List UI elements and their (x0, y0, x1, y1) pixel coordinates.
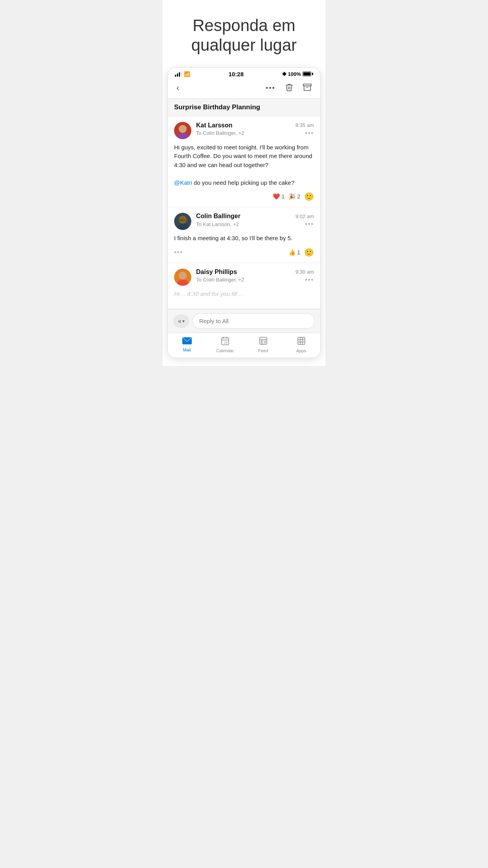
email-meta-top-colin: Colin Ballinger 9:02 am (196, 213, 314, 220)
email-meta-kat: Kat Larsson 8:35 am To Colin Ballinger, … (196, 122, 314, 137)
fade-overlay (168, 293, 320, 309)
battery-fill (303, 72, 310, 75)
signal-bar-2 (177, 74, 178, 77)
tab-calendar[interactable]: 18 Calendar (206, 336, 244, 353)
email-body-after-mention: do you need help picking up the cake? (192, 179, 294, 186)
svg-point-16 (179, 272, 187, 280)
reply-all-icon: « (178, 318, 182, 325)
more-options-button[interactable]: ••• (262, 83, 279, 94)
tab-bar: Mail 18 Calendar (168, 333, 320, 358)
reaction-party-emoji: 🎉 (288, 193, 296, 200)
phone-frame: 📶 10:28 ✱ 100% ‹ ••• (167, 67, 321, 359)
tab-feed-label: Feed (258, 348, 268, 353)
email-body-text-kat: Hi guys, excited to meet tonight. I'll b… (174, 144, 312, 168)
reaction-party[interactable]: 🎉 2 (288, 193, 300, 200)
thread-header: Surprise Birthday Planning (168, 98, 320, 116)
recipient-colin: To Kat Larsson, +2 (196, 221, 239, 227)
wifi-icon: 📶 (184, 71, 190, 77)
back-button[interactable]: ‹ (173, 81, 182, 95)
battery-icon (303, 72, 313, 76)
svg-rect-30 (298, 337, 305, 344)
email-more-kat[interactable]: ••• (305, 130, 314, 137)
svg-rect-23 (260, 337, 267, 344)
bluetooth-icon: ✱ (282, 71, 286, 77)
status-right: ✱ 100% (282, 71, 313, 77)
reaction-thumbsup-count: 1 (297, 249, 300, 256)
reactions-colin: 👍 1 🙂 (288, 248, 314, 257)
reactions-kat: ❤️ 1 🎉 2 🙂 (174, 192, 314, 201)
svg-point-9 (179, 216, 187, 224)
hero-title: Responda em qualquer lugar (163, 0, 325, 67)
expand-actions-colin[interactable]: ••• (174, 249, 183, 256)
status-bar: 📶 10:28 ✱ 100% (168, 68, 320, 79)
tab-calendar-label: Calendar (216, 348, 234, 353)
email-actions-colin: ••• 👍 1 🙂 (174, 248, 314, 257)
status-time: 10:28 (229, 71, 244, 77)
avatar-kat (174, 122, 191, 139)
email-header-kat: Kat Larsson 8:35 am To Colin Ballinger, … (174, 122, 314, 139)
email-card-kat: Kat Larsson 8:35 am To Colin Ballinger, … (168, 116, 320, 208)
email-meta-bottom-kat: To Colin Ballinger, +2 ••• (196, 130, 314, 137)
battery-tip (312, 73, 313, 75)
reaction-heart-emoji: ❤️ (273, 193, 280, 200)
page-wrapper: Responda em qualquer lugar 📶 10:28 ✱ 100… (163, 0, 325, 366)
email-meta-bottom-colin: To Kat Larsson, +2 ••• (196, 221, 314, 228)
battery-body (303, 72, 311, 76)
recipient-kat: To Colin Ballinger, +2 (196, 130, 244, 136)
email-meta-colin: Colin Ballinger 9:02 am To Kat Larsson, … (196, 213, 314, 228)
reply-input-row: « ▾ (173, 313, 315, 329)
mention-katri[interactable]: @Katri (174, 179, 192, 186)
feed-icon (259, 336, 268, 347)
email-body-text-colin: I finish a meeting at 4:30, so I'll be t… (174, 235, 292, 241)
reaction-heart-count: 1 (281, 193, 284, 200)
email-header-colin: Colin Ballinger 9:02 am To Kat Larsson, … (174, 213, 314, 230)
add-reaction-button-kat[interactable]: 🙂 (304, 192, 314, 201)
avatar-colin (174, 213, 191, 230)
reaction-thumbsup-emoji: 👍 (288, 249, 296, 256)
tab-mail-label: Mail (183, 348, 191, 352)
tab-apps-label: Apps (296, 348, 306, 353)
avatar-daisy (174, 268, 191, 286)
tab-feed[interactable]: Feed (244, 336, 282, 353)
email-meta-top-daisy: Daisy Phillips 9:30 am (196, 268, 314, 276)
email-card-colin: Colin Ballinger 9:02 am To Kat Larsson, … (168, 207, 320, 263)
calendar-icon: 18 (220, 336, 230, 347)
email-card-daisy: Daisy Phillips 9:30 am To Colin Ballinge… (168, 263, 320, 309)
signal-bars (175, 71, 182, 77)
mail-icon (182, 337, 192, 346)
sender-name-kat: Kat Larsson (196, 122, 232, 129)
email-time-kat: 8:35 am (295, 122, 314, 128)
svg-point-5 (179, 125, 187, 133)
archive-button[interactable] (300, 81, 315, 95)
reaction-heart[interactable]: ❤️ 1 (273, 193, 284, 200)
thread-title: Surprise Birthday Planning (174, 103, 314, 111)
sender-name-daisy: Daisy Phillips (196, 268, 237, 276)
reaction-party-count: 2 (297, 193, 300, 200)
tab-apps[interactable]: Apps (282, 336, 320, 353)
trash-button[interactable] (282, 81, 297, 95)
email-header-daisy: Daisy Phillips 9:30 am To Colin Ballinge… (174, 268, 314, 286)
signal-bar-3 (179, 72, 180, 77)
email-meta-bottom-daisy: To Colin Ballinger, +2 ••• (196, 276, 314, 283)
email-body-colin: I finish a meeting at 4:30, so I'll be t… (174, 234, 314, 243)
add-reaction-button-colin[interactable]: 🙂 (304, 248, 314, 257)
email-body-kat: Hi guys, excited to meet tonight. I'll b… (174, 143, 314, 188)
reply-input[interactable] (193, 313, 315, 329)
email-meta-daisy: Daisy Phillips 9:30 am To Colin Ballinge… (196, 268, 314, 283)
tab-mail[interactable]: Mail (168, 337, 206, 352)
svg-rect-0 (303, 84, 311, 86)
signal-bar-1 (175, 75, 176, 77)
email-more-colin[interactable]: ••• (305, 221, 314, 228)
reply-type-button[interactable]: « ▾ (173, 314, 189, 328)
email-time-daisy: 9:30 am (295, 269, 314, 275)
email-time-colin: 9:02 am (295, 213, 314, 219)
nav-bar: ‹ ••• (168, 79, 320, 98)
email-more-daisy[interactable]: ••• (305, 276, 314, 283)
status-left: 📶 (175, 71, 190, 77)
reaction-thumbsup[interactable]: 👍 1 (288, 249, 300, 256)
apps-icon (297, 336, 306, 347)
svg-text:18: 18 (224, 341, 227, 344)
reply-type-chevron: ▾ (182, 318, 185, 324)
reply-bar: « ▾ (168, 309, 320, 333)
signal-bar-4 (181, 71, 182, 77)
